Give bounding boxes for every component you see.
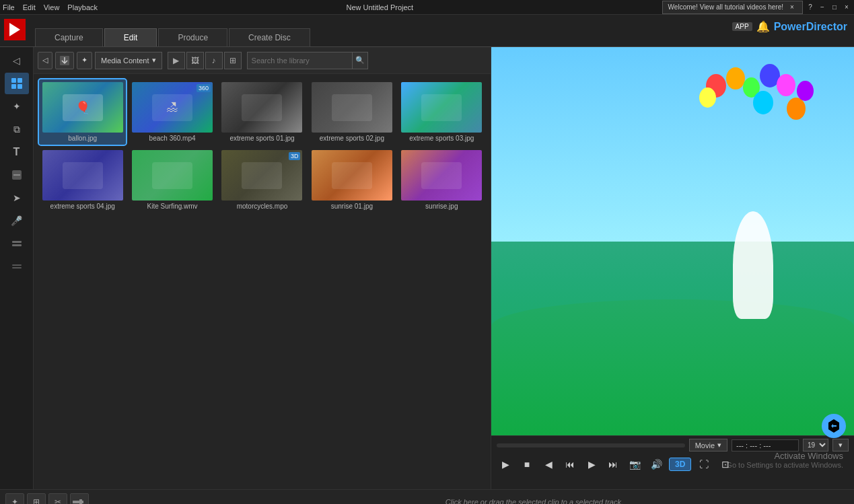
timeline-tool-split[interactable]: ✂ <box>48 493 67 505</box>
fps-select[interactable]: 19243060 <box>803 439 828 452</box>
mode-dropdown[interactable]: Movie ▾ <box>689 439 727 452</box>
svg-rect-6 <box>13 174 20 176</box>
svg-rect-10 <box>12 267 22 268</box>
timeline-hint: Click here or drag the selected clip to … <box>220 498 849 505</box>
stop-btn[interactable]: ■ <box>518 456 536 473</box>
menu-playback[interactable]: Playback <box>67 3 98 11</box>
close-btn[interactable]: × <box>842 3 851 12</box>
search-box: 🔍 <box>247 52 368 69</box>
media-item-label: extreme sports 01.jpg <box>229 135 294 142</box>
timeline-section: ✦ ⊞ ✂ Click here or drag the selected cl… <box>0 489 854 504</box>
sidebar-tool-motion[interactable]: ➤ <box>5 187 29 209</box>
image-view-btn[interactable]: 🖼 <box>186 52 204 69</box>
grid-view-btn[interactable]: ⊞ <box>224 52 242 69</box>
media-item[interactable]: Kite Surfing.wmv <box>129 147 215 213</box>
timeline-tool-insert[interactable]: ⊞ <box>27 493 46 505</box>
media-item[interactable]: extreme sports 01.jpg <box>219 79 306 145</box>
titlebar-controls: Welcome! View all tutorial videos here! … <box>662 1 851 14</box>
threed-btn[interactable]: 3D <box>669 458 691 471</box>
timeline-tool-zoom-in[interactable] <box>70 493 89 505</box>
toolbar-plugin-btn[interactable]: ✦ <box>77 52 92 69</box>
media-thumbnail: 360🏖 <box>132 82 213 133</box>
media-thumbnail <box>42 150 123 201</box>
media-thumbnail <box>132 150 213 201</box>
sidebar-tool-color[interactable] <box>5 164 29 186</box>
timecode-input[interactable] <box>732 439 799 452</box>
media-item[interactable]: sunrise.jpg <box>398 147 485 213</box>
tab-produce[interactable]: Produce <box>158 28 227 46</box>
toolbar-back-btn[interactable]: ◁ <box>38 52 52 69</box>
timeline-tool-smart[interactable]: ✦ <box>5 493 24 505</box>
menu-view[interactable]: View <box>44 3 60 11</box>
snapshot-btn[interactable]: 📷 <box>626 456 643 473</box>
titlebar: File Edit View Playback New Untitled Pro… <box>0 0 854 15</box>
sidebar-tool-sub2[interactable] <box>5 256 29 277</box>
media-thumbnail <box>401 150 482 201</box>
tutorial-label: Welcome! View all tutorial videos here! <box>668 3 783 11</box>
next-frame-btn[interactable]: ▶ <box>583 456 600 473</box>
media-badge: 3D <box>289 152 301 160</box>
notification-icon[interactable]: 🔔 <box>756 20 770 33</box>
tab-edit[interactable]: Edit <box>104 28 157 46</box>
more-dropdown[interactable]: ▾ <box>832 439 849 452</box>
media-thumbnail <box>312 150 392 201</box>
dropdown-arrow-icon: ▾ <box>152 56 156 65</box>
media-item-label: sunrise.jpg <box>425 203 458 210</box>
minimize-btn[interactable]: − <box>818 3 827 12</box>
next-clip-btn[interactable]: ⏭ <box>604 456 622 473</box>
media-item[interactable]: extreme sports 03.jpg <box>398 79 485 145</box>
play-btn[interactable]: ▶ <box>497 456 514 473</box>
sidebar-tool-transitions[interactable]: ⧉ <box>5 118 29 140</box>
media-grid-container[interactable]: 🎈ballon.jpg360🏖beach 360.mp4extreme spor… <box>34 74 491 489</box>
tutorial-bar[interactable]: Welcome! View all tutorial videos here! … <box>662 1 803 14</box>
sidebar-tool-back[interactable]: ◁ <box>5 50 29 71</box>
nav-tabs: Capture Edit Produce Create Disc <box>35 28 312 46</box>
tab-capture[interactable]: Capture <box>35 28 103 46</box>
left-sidebar: ◁ ✦ ⧉ T ➤ 🎤 <box>0 47 34 489</box>
svg-rect-2 <box>17 78 22 83</box>
fullscreen-btn[interactable]: ⛶ <box>695 456 713 473</box>
sidebar-tool-titles[interactable]: T <box>5 141 29 163</box>
tutorial-close-btn[interactable]: × <box>787 3 797 12</box>
toolbar-import-btn[interactable] <box>55 52 74 69</box>
maximize-btn[interactable]: □ <box>830 3 839 12</box>
sidebar-tool-subtitles[interactable] <box>5 233 29 254</box>
media-thumbnail: 3D <box>221 150 302 201</box>
media-item-label: motorcycles.mpo <box>237 203 288 210</box>
media-type-dropdown[interactable]: Media Content ▾ <box>95 52 162 69</box>
video-view-btn[interactable]: ▶ <box>168 52 185 69</box>
sidebar-tool-media[interactable] <box>5 73 29 94</box>
svg-rect-7 <box>12 241 22 243</box>
titlebar-menus: File Edit View Playback <box>3 3 98 11</box>
prev-clip-btn[interactable]: ⏮ <box>561 456 579 473</box>
menu-edit[interactable]: Edit <box>23 3 36 11</box>
prev-frame-btn[interactable]: ◀ <box>540 456 557 473</box>
media-item[interactable]: extreme sports 04.jpg <box>39 147 126 213</box>
menu-file[interactable]: File <box>3 3 15 11</box>
media-toolbar: ◁ ✦ Media Content ▾ ▶ 🖼 ♪ ⊞ 🔍 <box>34 47 491 74</box>
search-icon[interactable]: 🔍 <box>353 52 368 69</box>
search-input[interactable] <box>247 52 353 69</box>
svg-rect-4 <box>17 84 22 89</box>
media-thumbnail <box>312 82 392 133</box>
media-item-label: beach 360.mp4 <box>149 135 196 142</box>
powerdirector-logo: APP 🔔 PowerDirector <box>732 20 847 33</box>
sidebar-tool-fx[interactable]: ✦ <box>5 96 29 117</box>
media-item[interactable]: 360🏖beach 360.mp4 <box>129 79 215 145</box>
media-item-label: Kite Surfing.wmv <box>147 203 198 210</box>
media-item[interactable]: 3Dmotorcycles.mpo <box>219 147 306 213</box>
media-item[interactable]: 🎈ballon.jpg <box>39 79 126 145</box>
media-item[interactable]: sunrise 01.jpg <box>308 147 395 213</box>
audio-view-btn[interactable]: ♪ <box>205 52 223 69</box>
more-arrow-icon: ▾ <box>839 441 843 449</box>
app-logo <box>4 19 26 40</box>
volume-btn[interactable]: 🔊 <box>647 456 665 473</box>
svg-rect-1 <box>11 78 16 83</box>
tab-create-disc[interactable]: Create Disc <box>229 28 310 46</box>
timeline-toolbar: ✦ ⊞ ✂ Click here or drag the selected cl… <box>0 490 854 504</box>
help-btn[interactable]: ? <box>806 3 815 12</box>
media-thumbnail <box>401 82 482 133</box>
sidebar-tool-audio[interactable]: 🎤 <box>5 210 29 231</box>
progress-bar[interactable] <box>497 443 685 447</box>
media-item[interactable]: extreme sports 02.jpg <box>308 79 395 145</box>
